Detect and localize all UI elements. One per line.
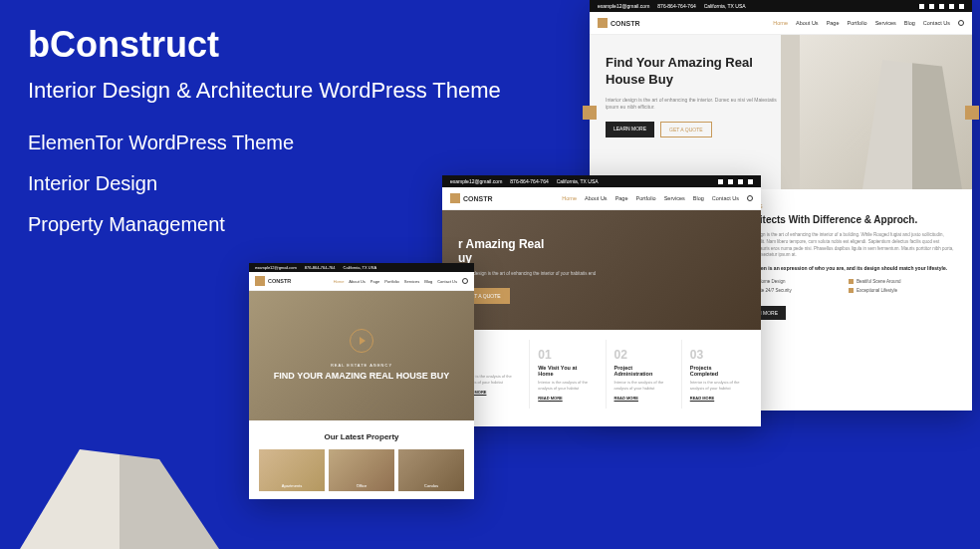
property-section: Our Latest Property Apartments Office Co… bbox=[249, 420, 474, 499]
about-tagline: Your kitchen is an expression of who you… bbox=[737, 265, 956, 271]
logo-text: CONSTR bbox=[268, 278, 291, 284]
read-more-link[interactable]: READ MORE bbox=[614, 396, 665, 401]
hero-section: REAL ESTATE AGENCY FIND YOUR AMAZING REA… bbox=[249, 291, 474, 420]
process-card: 01 We Visit You at Home Interior is the … bbox=[529, 340, 597, 409]
nav-blog[interactable]: Blog bbox=[693, 195, 704, 201]
nav-home[interactable]: Home bbox=[773, 20, 788, 26]
linkedin-icon[interactable] bbox=[949, 4, 954, 9]
hero-title: Find Your Amazing Real House Buy bbox=[606, 55, 784, 89]
logo-icon bbox=[598, 18, 608, 28]
card-title: Projects Completed bbox=[690, 365, 741, 377]
learn-more-button[interactable]: LEARN MORE bbox=[606, 122, 654, 137]
property-title: Our Latest Property bbox=[259, 432, 464, 441]
nav-page[interactable]: Page bbox=[615, 195, 628, 201]
play-icon bbox=[360, 337, 366, 345]
youtube-icon[interactable] bbox=[959, 4, 964, 9]
read-more-link[interactable]: READ MORE bbox=[538, 396, 589, 401]
check-icon bbox=[849, 288, 854, 293]
card-description: Interior is the analysis of the analysis… bbox=[614, 380, 665, 391]
facebook-icon[interactable] bbox=[919, 4, 924, 9]
card-description: Interior is the analysis of the analysis… bbox=[690, 380, 741, 391]
nav-portfolio[interactable]: Portfolio bbox=[635, 195, 655, 201]
navbar: CONSTR Home About Us Page Portfolio Serv… bbox=[590, 12, 972, 35]
feature-label: Beatiful Scene Around bbox=[857, 279, 901, 284]
process-card: 03 Projects Completed Interior is the an… bbox=[681, 340, 749, 409]
theme-preview-3: example12@gmail.com 876-864-764-764 Cali… bbox=[249, 263, 474, 499]
nav-services[interactable]: Services bbox=[875, 20, 896, 26]
twitter-icon[interactable] bbox=[728, 179, 733, 184]
nav-contact[interactable]: Contact Us bbox=[437, 279, 457, 284]
get-quote-button[interactable]: GET A QUOTE bbox=[660, 122, 712, 137]
hero-description: Interior design is the art of enhancing … bbox=[606, 97, 784, 112]
topbar-email: example12@gmail.com bbox=[598, 3, 649, 9]
nav-about[interactable]: About Us bbox=[585, 195, 608, 201]
nav-contact[interactable]: Contact Us bbox=[923, 20, 950, 26]
topbar: example12@gmail.com 876-864-764-764 Cali… bbox=[249, 263, 474, 272]
topbar-phone: 876-864-764-764 bbox=[510, 178, 548, 184]
feature-label: Exceptional Lifestyle bbox=[857, 288, 897, 293]
feature-2: Interior Design bbox=[28, 172, 501, 195]
building-graphic bbox=[862, 60, 962, 189]
hero-description: Interior design is the art of enhancing … bbox=[458, 271, 596, 276]
topbar-location: California, TX USA bbox=[557, 178, 599, 184]
nav-about[interactable]: About Us bbox=[796, 20, 819, 26]
logo-icon bbox=[255, 276, 265, 286]
nav-about[interactable]: About Us bbox=[349, 279, 365, 284]
topbar-phone: 876-864-764-764 bbox=[657, 3, 695, 9]
instagram-icon[interactable] bbox=[738, 179, 743, 184]
property-label: Apartments bbox=[259, 483, 325, 488]
nav-home[interactable]: Home bbox=[334, 279, 345, 284]
slider-next-icon[interactable] bbox=[965, 106, 979, 120]
read-more-link[interactable]: READ MORE bbox=[690, 396, 741, 401]
topbar-location: California, TX USA bbox=[344, 265, 377, 270]
property-card[interactable]: Apartments bbox=[259, 449, 325, 491]
nav-home[interactable]: Home bbox=[562, 195, 577, 201]
topbar: example12@gmail.com 876-864-764-764 Cali… bbox=[590, 0, 972, 12]
card-number: 01 bbox=[538, 348, 589, 362]
about-badge: ABOUT US bbox=[737, 203, 956, 209]
card-title: We Visit You at Home bbox=[538, 365, 589, 377]
search-icon[interactable] bbox=[958, 20, 964, 26]
about-description: Interior design is the art of enhancing … bbox=[737, 232, 956, 259]
topbar-email: example12@gmail.com bbox=[255, 265, 297, 270]
linkedin-icon[interactable] bbox=[748, 179, 753, 184]
property-card[interactable]: Condos bbox=[398, 449, 464, 491]
slider-prev-icon[interactable] bbox=[583, 106, 597, 120]
logo[interactable]: CONSTR bbox=[255, 276, 291, 286]
check-icon bbox=[849, 279, 854, 284]
search-icon[interactable] bbox=[747, 195, 753, 201]
nav-blog[interactable]: Blog bbox=[424, 279, 432, 284]
logo-text: CONSTR bbox=[611, 20, 640, 27]
card-number: 02 bbox=[614, 348, 665, 362]
topbar-phone: 876-864-764-764 bbox=[305, 265, 336, 270]
feature-3: Property Management bbox=[28, 213, 501, 236]
hero-badge: REAL ESTATE AGENCY bbox=[331, 363, 392, 368]
nav-services[interactable]: Services bbox=[664, 195, 685, 201]
feature-1: ElemenTor WordPress Theme bbox=[28, 132, 501, 154]
hero-title: FIND YOUR AMAZING REAL HOUSE BUY bbox=[274, 371, 449, 383]
nav-portfolio[interactable]: Portfolio bbox=[847, 20, 866, 26]
twitter-icon[interactable] bbox=[929, 4, 934, 9]
property-label: Condos bbox=[398, 483, 464, 488]
search-icon[interactable] bbox=[462, 278, 468, 284]
process-card: 02 Project Administration Interior is th… bbox=[606, 340, 673, 409]
nav-page[interactable]: Page bbox=[370, 279, 379, 284]
instagram-icon[interactable] bbox=[939, 4, 944, 9]
hero-image bbox=[800, 35, 972, 189]
card-description: Interior is the analysis of the analysis… bbox=[538, 380, 589, 391]
property-card[interactable]: Office bbox=[329, 449, 394, 491]
topbar-location: California, TX USA bbox=[704, 3, 746, 9]
facebook-icon[interactable] bbox=[718, 179, 723, 184]
nav-blog[interactable]: Blog bbox=[904, 20, 915, 26]
play-button[interactable] bbox=[350, 329, 373, 353]
nav-services[interactable]: Services bbox=[404, 279, 419, 284]
process-cards: to gn Interior is the analysis of the an… bbox=[442, 330, 761, 426]
card-title: Project Administration bbox=[614, 365, 665, 377]
about-title: Architects With Difference & Approch. bbox=[737, 213, 956, 226]
nav-portfolio[interactable]: Portfolio bbox=[384, 279, 399, 284]
nav-contact[interactable]: Contact Us bbox=[712, 195, 739, 201]
navbar: CONSTR Home About Us Page Portfolio Serv… bbox=[249, 272, 474, 291]
nav-page[interactable]: Page bbox=[827, 20, 840, 26]
property-label: Office bbox=[329, 483, 394, 488]
logo[interactable]: CONSTR bbox=[598, 18, 640, 28]
